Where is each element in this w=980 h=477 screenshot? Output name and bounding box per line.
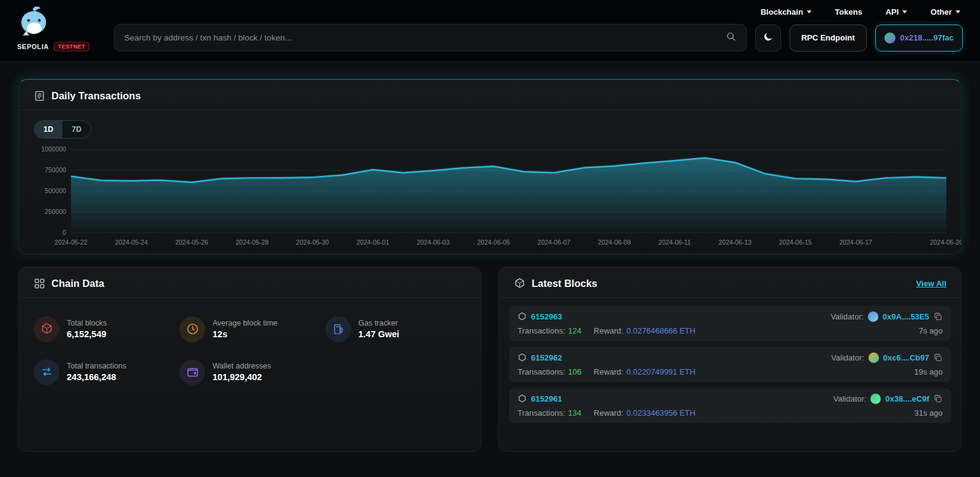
top-nav: Blockchain Tokens API Other — [114, 5, 963, 24]
svg-text:2024-05-22: 2024-05-22 — [55, 239, 88, 246]
svg-text:2024-05-28: 2024-05-28 — [236, 239, 269, 246]
reward-value: 0.0220749991 ETH — [627, 367, 696, 376]
reward-label: Reward: — [594, 367, 623, 376]
block-number-link[interactable]: 6152962 — [531, 353, 562, 362]
block-row: 6152962 Validator: 0xc6....Cb97 — [509, 347, 951, 382]
wallet-avatar — [884, 32, 895, 44]
svg-text:2024-06-01: 2024-06-01 — [356, 239, 390, 246]
transactions-value: 124 — [568, 326, 582, 335]
logo-block[interactable]: SEPOLIA TESTNET — [17, 5, 114, 52]
transactions-label: Transactions: — [518, 408, 565, 418]
testnet-badge: TESTNET — [54, 42, 90, 52]
block-age: 7s ago — [919, 326, 943, 335]
range-7d-button[interactable]: 7D — [62, 121, 91, 138]
svg-text:2024-06-17: 2024-06-17 — [839, 239, 872, 246]
svg-text:2024-06-03: 2024-06-03 — [417, 239, 450, 246]
dolphin-logo-icon — [17, 29, 50, 40]
copy-icon[interactable] — [933, 394, 943, 403]
stat-wallet-addresses: Wallet addresses 101,929,402 — [179, 359, 320, 385]
transactions-label: Transactions: — [518, 326, 565, 335]
transactions-icon — [34, 359, 59, 385]
validator-address-link[interactable]: 0xc6....Cb97 — [883, 353, 929, 362]
validator-label: Validator: — [831, 353, 864, 362]
validator-address-link[interactable]: 0x38....eC9f — [885, 394, 929, 403]
block-age: 19s ago — [914, 367, 943, 376]
svg-text:2024-06-11: 2024-06-11 — [658, 239, 691, 246]
chain-stats: Total blocks 6,152,549 Average block tim… — [19, 298, 481, 403]
svg-text:2024-05-24: 2024-05-24 — [115, 239, 148, 246]
latest-blocks-icon — [514, 278, 526, 289]
validator-avatar — [868, 311, 878, 322]
chain-data-title: Chain Data — [51, 278, 104, 289]
blocks-list: 6152963 Validator: 0x9A....53E5 — [499, 298, 961, 437]
svg-text:750000: 750000 — [45, 167, 66, 174]
latest-blocks-title: Latest Blocks — [532, 278, 597, 289]
svg-text:2024-06-20: 2024-06-20 — [930, 239, 962, 246]
validator-avatar — [870, 394, 881, 404]
svg-text:250000: 250000 — [45, 208, 66, 215]
block-number-link[interactable]: 6152963 — [531, 312, 562, 321]
chevron-down-icon — [807, 10, 812, 13]
header: SEPOLIA TESTNET Blockchain Tokens API Ot… — [0, 0, 980, 62]
search-input[interactable] — [124, 33, 726, 42]
block-row: 6152963 Validator: 0x9A....53E5 — [509, 306, 951, 341]
validator-address-link[interactable]: 0x9A....53E5 — [883, 312, 929, 321]
stat-total-blocks: Total blocks 6,152,549 — [34, 316, 175, 342]
block-cube-icon — [518, 353, 527, 362]
svg-text:2024-06-13: 2024-06-13 — [718, 239, 752, 246]
clock-icon — [179, 316, 205, 342]
copy-icon[interactable] — [933, 312, 943, 321]
chain-data-icon — [34, 278, 45, 289]
gas-icon — [325, 316, 351, 342]
latest-blocks-card: Latest Blocks View All 6152963 Va — [499, 267, 962, 452]
wallet-icon — [179, 359, 205, 385]
daily-transactions-chart: 025000050000075000010000002024-05-222024… — [19, 141, 961, 254]
stat-average-block-time: Average block time 12s — [179, 316, 320, 342]
search-bar — [114, 24, 747, 52]
svg-text:1000000: 1000000 — [41, 146, 66, 153]
transactions-value: 106 — [568, 367, 582, 376]
svg-text:2024-06-15: 2024-06-15 — [779, 239, 812, 246]
svg-text:2024-06-09: 2024-06-09 — [598, 239, 631, 246]
rpc-endpoint-button[interactable]: RPC Endpoint — [790, 25, 866, 52]
nav-api[interactable]: API — [886, 7, 908, 17]
validator-avatar — [869, 353, 879, 363]
block-age: 31s ago — [914, 408, 943, 418]
block-icon — [34, 316, 59, 342]
reward-label: Reward: — [594, 326, 623, 335]
daily-transactions-icon — [34, 90, 45, 102]
chevron-down-icon — [956, 10, 960, 13]
wallet-address: 0x218.....97fac — [900, 33, 954, 42]
nav-blockchain[interactable]: Blockchain — [761, 7, 812, 17]
nav-other[interactable]: Other — [930, 7, 960, 17]
transactions-label: Transactions: — [518, 367, 565, 376]
svg-text:500000: 500000 — [45, 188, 66, 194]
main-content: Daily Transactions 1D 7D 025000050000075… — [0, 62, 980, 452]
chevron-down-icon — [902, 10, 907, 13]
copy-icon[interactable] — [933, 353, 943, 362]
block-row: 6152961 Validator: 0x38....eC9f — [509, 388, 951, 423]
daily-transactions-title: Daily Transactions — [51, 90, 141, 102]
chain-data-card: Chain Data Total blocks 6,152,549 — [18, 267, 481, 452]
range-1d-button[interactable]: 1D — [34, 121, 62, 138]
wallet-button[interactable]: 0x218.....97fac — [875, 25, 963, 52]
svg-text:2024-06-05: 2024-06-05 — [477, 239, 510, 246]
svg-text:2024-05-26: 2024-05-26 — [175, 239, 208, 246]
svg-text:2024-06-07: 2024-06-07 — [538, 239, 571, 246]
block-number-link[interactable]: 6152961 — [531, 394, 562, 403]
reward-value: 0.0276468666 ETH — [627, 326, 696, 335]
transactions-value: 134 — [568, 408, 582, 418]
validator-label: Validator: — [831, 312, 864, 321]
nav-tokens[interactable]: Tokens — [835, 7, 862, 17]
block-cube-icon — [518, 394, 527, 403]
svg-text:2024-05-30: 2024-05-30 — [296, 239, 329, 246]
moon-icon — [763, 31, 774, 45]
range-toggle: 1D 7D — [34, 120, 91, 139]
validator-label: Validator: — [833, 394, 866, 403]
reward-value: 0.0233463956 ETH — [627, 408, 696, 418]
view-all-link[interactable]: View All — [916, 279, 946, 288]
block-cube-icon — [518, 312, 527, 321]
search-icon — [726, 31, 736, 44]
stat-gas-tracker: Gas tracker 1.47 Gwei — [325, 316, 466, 342]
dark-mode-toggle[interactable] — [755, 25, 781, 52]
